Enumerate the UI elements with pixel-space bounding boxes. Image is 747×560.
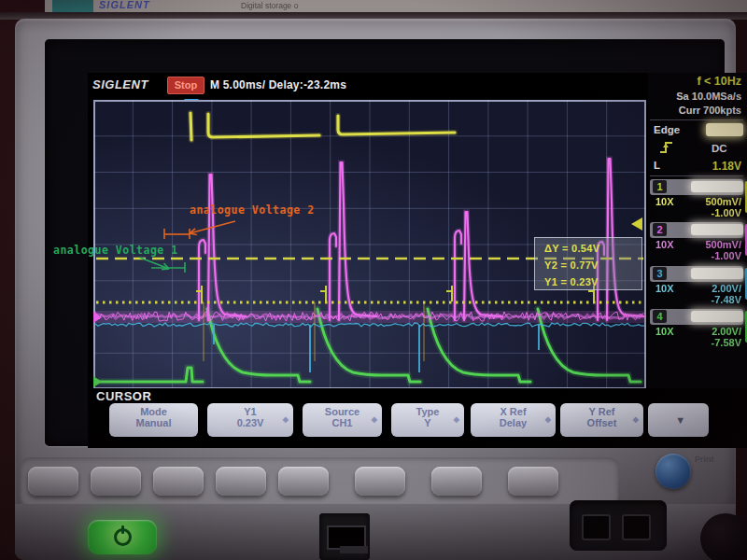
menu-button-mode[interactable]: Mode Manual [109, 403, 198, 437]
adjacent-brand: SIGLENT [99, 0, 150, 10]
channel2-number: 2 [653, 223, 667, 236]
trigger-level-value: 1.18V [712, 160, 741, 173]
channel1-coupling-box [691, 181, 743, 192]
channel1-probe: 10X [655, 196, 674, 207]
menu-button-source[interactable]: Source CH1 ◆ [303, 403, 382, 437]
menu-button-page[interactable]: ▼ [648, 403, 709, 437]
cursor-readout-box: ΔY = 0.54V Y2 = 0.77V Y1 = 0.23V [534, 237, 642, 290]
softkey-button-5[interactable] [278, 467, 329, 496]
connector-slot-1[interactable] [582, 514, 611, 540]
usb-port[interactable] [319, 513, 370, 560]
print-button[interactable] [655, 454, 691, 489]
channel2-coupling-box [691, 224, 743, 235]
channel4-scale: 2.00V/ [712, 326, 741, 337]
sample-rate: Sa 10.0MSa/s [676, 91, 741, 102]
oscilloscope-front-panel: SIGLENT Stop M 5.00ms/ Delay:-23.2ms ΔY … [15, 19, 736, 560]
adjust-diamond-icon: ◆ [454, 415, 459, 424]
memory-depth: Curr 700kpts [679, 105, 741, 116]
trigger-frequency: f < 10Hz [697, 75, 741, 88]
adjust-diamond-icon: ◆ [633, 415, 639, 424]
trigger-type: Edge [654, 124, 680, 135]
softkey-button-8[interactable] [508, 467, 558, 496]
timebase-readout: M 5.00ms/ Delay:-23.2ms [210, 78, 346, 91]
channel1-offset: -1.00V [712, 207, 741, 218]
scope-screen: SIGLENT Stop M 5.00ms/ Delay:-23.2ms ΔY … [88, 73, 747, 448]
adjacent-device-edge: SIGLENT Digital storage o [45, 0, 747, 12]
print-label: Print [695, 455, 714, 464]
channel4-info[interactable]: 4 10X 2.00V/ -7.58V [650, 309, 747, 348]
channel2-probe: 10X [655, 239, 674, 250]
channel3-offset: -7.48V [712, 294, 741, 305]
cursor-delta-y: ΔY = 0.54V [544, 240, 641, 257]
channel2-info[interactable]: 2 10X 500mV/ -1.00V [650, 222, 747, 261]
menu-title: CURSOR [96, 389, 151, 403]
channel4-probe: 10X [655, 326, 674, 337]
channel4-coupling-box [691, 311, 743, 322]
channel1-number: 1 [653, 180, 667, 193]
softkey-button-6[interactable] [355, 467, 405, 496]
cursor-y1: Y1 = 0.23V [544, 273, 641, 290]
channel1-scale: 500mV/ [705, 196, 741, 207]
softkey-button-3[interactable] [153, 467, 204, 496]
adjust-diamond-icon: ◆ [545, 415, 551, 424]
probe-connector-recess [570, 500, 667, 551]
screen-bezel: SIGLENT Stop M 5.00ms/ Delay:-23.2ms ΔY … [45, 39, 725, 446]
annotation-voltage-2: analogue Voltage 2 [190, 203, 315, 217]
channel3-info[interactable]: 3 10X 2.00V/ -7.48V [650, 266, 747, 305]
softkey-menu: CURSOR Mode Manual Y1 0.23V ◆ Source CH1… [88, 388, 747, 448]
menu-button-yref[interactable]: Y Ref Offset ◆ [560, 403, 643, 437]
channel3-number: 3 [653, 267, 667, 280]
menu-button-type[interactable]: Type Y ◆ [391, 403, 464, 437]
channel4-offset: -7.58V [712, 337, 741, 348]
softkey-button-1[interactable] [28, 467, 78, 496]
channel3-probe: 10X [655, 283, 674, 294]
menu-button-y1[interactable]: Y1 0.23V ◆ [207, 403, 293, 437]
softkey-button-4[interactable] [216, 467, 266, 496]
adjust-diamond-icon: ◆ [372, 415, 377, 424]
cursor-y2: Y2 = 0.77V [544, 257, 641, 273]
divider [650, 119, 743, 120]
trigger-level-label: L [654, 160, 660, 171]
trigger-coupling: DC [712, 143, 727, 154]
channel3-coupling-box [691, 268, 743, 279]
channel3-scale: 2.00V/ [712, 283, 741, 294]
adjust-diamond-icon: ◆ [283, 415, 289, 424]
softkey-button-2[interactable] [91, 467, 141, 496]
adjacent-caption: Digital storage o [241, 1, 298, 10]
channel2-scale: 500mV/ [705, 239, 741, 250]
power-button[interactable] [88, 520, 157, 554]
page-down-icon: ▼ [675, 414, 685, 426]
corner-knob[interactable] [700, 513, 747, 560]
run-state-badge[interactable]: Stop [167, 77, 204, 94]
trigger-source-box[interactable] [706, 123, 743, 136]
annotation-voltage-1: analogue Voltage 1 [53, 244, 178, 257]
channel4-number: 4 [653, 310, 667, 323]
connector-slot-2[interactable] [622, 514, 651, 540]
menu-button-xref[interactable]: X Ref Delay ◆ [471, 403, 556, 437]
logo-accent [52, 0, 93, 12]
channel1-info[interactable]: 1 10X 500mV/ -1.00V [650, 179, 747, 218]
trigger-slope-icon [659, 140, 674, 154]
softkey-button-7[interactable] [431, 467, 482, 496]
scope-brand: SIGLENT [92, 77, 148, 91]
channel2-offset: -1.00V [712, 250, 741, 261]
divider [650, 175, 743, 176]
